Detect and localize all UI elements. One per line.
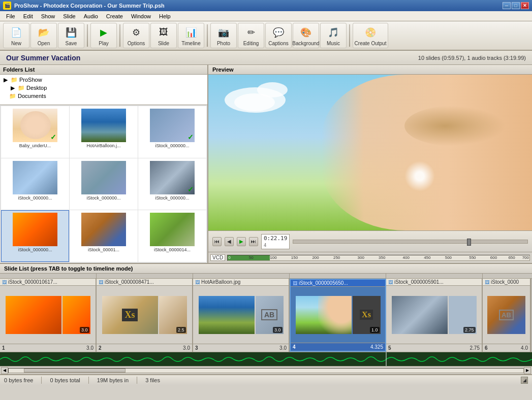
maximize-button[interactable]: □ [512,2,520,9]
slide-2-num: 2 [99,345,102,351]
scroll-left-button[interactable]: ◀ [1,367,8,374]
slide-6-file-icon: 🖼 [485,280,489,285]
folder-icon-desktop: 📁 [18,84,25,91]
slide-1-title: 🖼 iStock_0000010617... [0,279,96,286]
slide-item-3[interactable]: 🖼 HotAirBalloon.jpg AB 3.0 3 3.0 [193,279,290,352]
captions-button[interactable]: 💬 Captions [265,23,292,48]
slide-5-trans-dur: 2.75 [463,327,476,333]
music-icon: 🎵 [326,25,340,40]
show-info: 10 slides (0:59.57), 1 audio tracks (3:1… [418,55,526,61]
file-item-people[interactable]: iStock_000000... [1,158,69,210]
file-item-hikers[interactable]: iStock_000000... [70,158,138,210]
file-item-balloon[interactable]: HotAirBalloon.j... [70,106,138,158]
file-thumb-flower [13,213,57,246]
slide-5-transition: 2.75 [449,296,477,334]
menu-audio[interactable]: Audio [80,13,102,20]
file-item-rocks[interactable]: ✓ iStock_000000... [138,158,206,210]
status-row: Our Summer Vacation 10 slides (0:59.57),… [0,51,532,65]
file-item-istock1[interactable]: iStock_00001... [70,210,138,262]
slide-button[interactable]: 🖼 Slide [150,23,177,48]
slide-6-num: 6 [485,345,488,351]
background-button[interactable]: 🎨 Background [293,23,319,48]
hscroll-track[interactable] [8,368,524,373]
transport-rewind-button[interactable]: ⏮ [212,237,222,246]
timeline-thumb[interactable] [467,239,471,246]
slide-3-thumb [199,296,255,334]
slide-4-thumb [296,296,352,334]
file-item-flower[interactable]: iStock_000000... [1,210,69,262]
menu-edit[interactable]: Edit [19,13,37,20]
hscroll-thumb[interactable] [24,369,126,373]
file-item-istock2[interactable]: iStock_0000014... [138,210,206,262]
slide-5-info: 5 2.75 [386,344,482,352]
create-output-button[interactable]: 📀 Create Output [353,23,388,48]
slide-item-2[interactable]: 🖼 iStock_0000008471... Xs 2.5 2 3.0 [97,279,193,352]
slide-item-6[interactable]: 🖼 iStock_0000 AB 6 4.0 [483,279,531,352]
ruler-600: 600 [490,255,497,260]
file-name-flower: iStock_000000... [12,247,58,252]
timeline-button[interactable]: 📊 Timeline [178,23,204,48]
ruler-bar: VCD 0 50 100 150 200 250 300 350 400 450… [208,252,532,263]
slide-item-1[interactable]: 🖼 iStock_0000010617... 3.0 1 3.0 [0,279,97,352]
timeline-scrubber[interactable] [293,240,528,244]
options-button[interactable]: ⚙ Options [123,23,149,48]
slide-ruler-1 [0,274,97,278]
menu-file[interactable]: File [2,13,19,20]
title-left: 🎬 ProShow - Photodex Corporation - Our S… [3,2,165,10]
new-button[interactable]: 📄 New [3,23,29,48]
transport-forward-button[interactable]: ⏭ [249,237,258,246]
captions-icon: 💬 [271,25,286,40]
status-bytes-in: 19M bytes in [97,377,129,383]
slide-4-title: 🖼 iStock_0000005650... [291,280,385,287]
menu-create[interactable]: Create [102,13,127,20]
toolbar-sep-4 [349,24,350,47]
file-item-baby[interactable]: ✓ Baby_underU... [1,106,69,158]
toolbar-sep-3 [207,24,208,47]
slide-icon: 🖼 [157,25,171,40]
transport-play-button[interactable]: ▶ [237,237,246,246]
file-name-rocks: iStock_000000... [149,195,195,201]
slide-3-trans-dur: 3.0 [273,327,283,333]
open-button[interactable]: 📂 Open [30,23,57,48]
tree-label-proshow: ProShow [19,77,42,83]
scroll-right-button[interactable]: ▶ [524,367,531,374]
position-bar[interactable]: 0 50 100 150 200 250 300 350 400 450 500… [227,255,530,261]
file-check-rocks: ✓ [187,185,194,193]
tree-item-desktop[interactable]: ▶ 📁 Desktop [1,84,206,92]
toolbar: 📄 New 📂 Open 💾 Save ▶ Play ⚙ Options 🖼 S… [0,21,532,51]
file-thumb-balloon [81,109,126,142]
timeline-label: Timeline [181,41,200,46]
timecode-display: 0:22.19 4 [261,234,290,249]
slide-4-info: 4 4.325 [291,343,385,351]
slide-2-info: 2 3.0 [97,344,192,352]
window-title: ProShow - Photodex Corporation - Our Sum… [14,3,165,9]
close-button[interactable]: ✕ [521,2,529,9]
editing-button[interactable]: ✏ Editing [238,23,264,48]
ruler-200: 200 [312,255,319,260]
music-button[interactable]: 🎵 Music [320,23,347,48]
slide-4-thumbs: Xs 1.0 [291,287,385,343]
slide-1-thumb [6,296,61,334]
slide-item-5[interactable]: 🖼 iStock_0000005901... 2.75 5 2.75 [386,279,483,352]
slide-6-thumbs: AB [483,286,530,344]
slide-1-thumbs: 3.0 [0,286,96,344]
slide-item-4[interactable]: 🖼 iStock_0000005650... Xs 1.0 4 4.325 [290,279,386,352]
minimize-button[interactable]: ─ [503,2,511,9]
menu-help[interactable]: Help [155,13,175,20]
transport-back-button[interactable]: ◀ [225,237,234,246]
ruler-400: 400 [403,255,410,260]
tree-item-proshow[interactable]: ▶ 📁 ProShow [1,76,206,84]
menu-window[interactable]: Window [127,13,155,20]
slide-6-dur: 4.0 [521,345,528,351]
photo-button[interactable]: 📷 Photo [210,23,237,48]
play-button[interactable]: ▶ Play [90,23,117,48]
slide-6-ab-area: AB [487,296,525,334]
menu-show[interactable]: Show [37,13,59,20]
menu-slide[interactable]: Slide [59,13,79,20]
slide-6-info: 6 4.0 [483,344,530,352]
transport-controls: ⏮ ◀ ▶ ⏭ 0:22.19 4 [208,230,532,252]
save-button[interactable]: 💾 Save [58,23,84,48]
file-item-family[interactable]: ✓ iStock_000000... [138,106,206,158]
tree-item-documents[interactable]: 📁 Documents [1,92,206,100]
ruler-300: 300 [357,255,364,260]
